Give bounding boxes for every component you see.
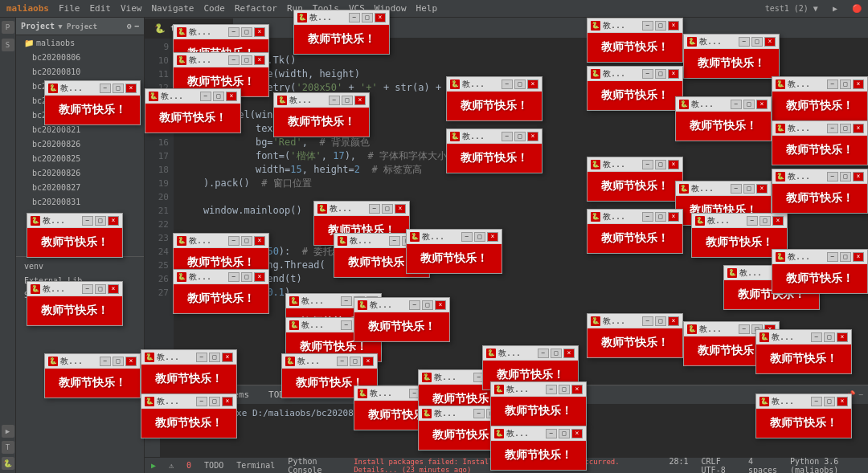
bottom-tabs: ▶ Run ⚠ Problems TODO Terminal Python Co [145, 385, 868, 405]
menu-help[interactable]: Help [416, 3, 438, 14]
problems-tab-icon: ⚠ [199, 389, 204, 400]
tree-item-bc20200827[interactable]: bc20200827 [16, 180, 144, 194]
status-message: Install packages failed: Installing pack… [354, 458, 656, 474]
problems-count: 0 [186, 461, 191, 470]
tree-item-venv[interactable]: venv [16, 259, 144, 273]
tab-test1py[interactable]: 🐍 test1.py × [145, 18, 233, 38]
line-endings: CRLF UTF-8 [702, 457, 735, 474]
sidebar-left: P S ▶ T 🐍 [0, 18, 16, 473]
run-status-icon: ▶ [151, 461, 156, 470]
cursor-position: 28:1 [669, 457, 688, 474]
todo-tab-label: TODO [268, 389, 290, 400]
tab-run[interactable]: ▶ Run [145, 385, 189, 405]
tree-item-bc20200826a[interactable]: bc20200826 [16, 137, 144, 151]
menu-tools[interactable]: Tools [313, 3, 339, 14]
menu-file[interactable]: File [59, 3, 80, 14]
python-version: Python 3.6 (maliaobs) [790, 457, 862, 474]
tab-problems[interactable]: ⚠ Problems [189, 385, 260, 405]
problems-tab-label: Problems [207, 389, 249, 400]
pin-icon[interactable]: 📌 [845, 390, 855, 399]
terminal-status: Terminal [236, 461, 275, 470]
tab-terminal[interactable]: Terminal [300, 385, 362, 405]
project-root-label: maliaobs [36, 39, 75, 47]
tab-bar: 🐍 test1.py × [145, 18, 868, 39]
run-cmd: D:\ \python.exe D:/maliaobs/bc20208910/t… [167, 408, 401, 418]
line-numbers: 9101112131415161718192021222324252627 [145, 39, 174, 385]
structure-icon[interactable]: S [2, 39, 14, 51]
bottom-area: ▶ Run ⚠ Problems TODO Terminal Python Co [145, 385, 868, 473]
menu-code[interactable]: Code [203, 3, 225, 14]
menu-edit[interactable]: Edit [89, 3, 111, 14]
menu-vcs[interactable]: VCS [349, 3, 365, 14]
project-root-name: ▼ Project [58, 22, 97, 31]
project-label: Project [21, 22, 55, 31]
tree-item-bc20200901[interactable]: bc20200901 [16, 209, 144, 223]
tree-item-bc20200831[interactable]: bc20200831 [16, 194, 144, 209]
main-area: P S ▶ T 🐍 Project ▼ Project ⚙ − 📁 maliao… [0, 18, 868, 473]
tree-item-bc20200812[interactable]: bc20200812 [16, 79, 144, 93]
tree-item-external[interactable]: External Lib.. [16, 273, 144, 287]
tree-item-bc20200825[interactable]: bc20200825 [16, 151, 144, 165]
app-logo: maliaobs [6, 3, 49, 14]
run-btn[interactable]: ▶ [149, 408, 155, 419]
tree-item-scratches[interactable]: Scratches... [16, 287, 144, 302]
python-console-status: Python Console [288, 457, 341, 474]
run-icon-side[interactable]: ▶ [2, 425, 14, 438]
hide-panel-icon[interactable]: − [134, 22, 139, 31]
tab-close-icon[interactable]: × [218, 24, 223, 33]
menu-window[interactable]: Window [375, 3, 407, 14]
tree-item-root[interactable]: 📁 maliaobs [16, 35, 144, 50]
tab-todo[interactable]: TODO [259, 385, 300, 405]
run-tab-icon: ▶ [154, 389, 160, 399]
python-console-label: Python Console [371, 389, 446, 400]
terminal-tab-label: Terminal [309, 389, 352, 400]
menu-view[interactable]: View [121, 3, 142, 14]
code-editor[interactable]: 9101112131415161718192021222324252627 wi… [145, 39, 868, 385]
tree-item-bc20200826b[interactable]: bc20200826 [16, 165, 144, 180]
tab-label: test1.py [170, 23, 213, 34]
ide-container: maliaobs File Edit View Navigate Code Re… [0, 0, 868, 473]
todo-status: TODO [204, 461, 223, 470]
run-output: D:\ \python.exe D:/maliaobs/bc20208910/t… [161, 405, 868, 457]
indent-info: 4 spaces [748, 457, 777, 474]
window-controls: test1 (2) ▼ ▶ 🔴 [765, 4, 862, 13]
run-panel-controls: ▶ ◼ [145, 405, 161, 457]
project-header: Project ▼ Project ⚙ − [16, 18, 144, 35]
status-bar: ▶ ⚠ 0 TODO Terminal Python Console Insta… [145, 457, 868, 473]
project-icon[interactable]: P [2, 21, 14, 34]
minimize-panel-icon[interactable]: − [858, 390, 863, 399]
tab-python-console[interactable]: Python Console [362, 385, 456, 405]
stop-btn[interactable]: ◼ [149, 422, 155, 434]
code-text[interactable]: window = tk.Tk() window.title(width, hei… [174, 39, 868, 385]
menu-bar: maliaobs File Edit View Navigate Code Re… [0, 0, 868, 18]
tree-item-bc20200821[interactable]: bc20200821 [16, 122, 144, 137]
menu-navigate[interactable]: Navigate [151, 3, 194, 14]
python-icon-side[interactable]: 🐍 [2, 457, 14, 470]
problems-icon: ⚠ [169, 461, 174, 470]
folder-icon: 📁 [24, 39, 34, 47]
menu-refactor[interactable]: Refactor [235, 3, 277, 14]
tree-item-bc20200814[interactable]: bc20200814 [16, 108, 144, 122]
run-tab-label: Run [163, 389, 179, 399]
project-panel: Project ▼ Project ⚙ − 📁 maliaobs bc20200… [16, 18, 145, 473]
tree-item-bc20200813[interactable]: bc20200813 [16, 93, 144, 108]
tree-item-bc20200810[interactable]: bc20200810 [16, 64, 144, 79]
gear-icon[interactable]: ⚙ [127, 22, 132, 31]
tree-item-bc20200906[interactable]: bc20200906 [16, 238, 144, 252]
terminal-icon-side[interactable]: T [2, 441, 14, 454]
tree-item-bc20200903[interactable]: bc20200903 [16, 223, 144, 238]
tree-item-bc20200806[interactable]: bc20200806 [16, 50, 144, 64]
menu-run[interactable]: Run [287, 3, 303, 14]
file-icon: 🐍 [154, 23, 166, 34]
